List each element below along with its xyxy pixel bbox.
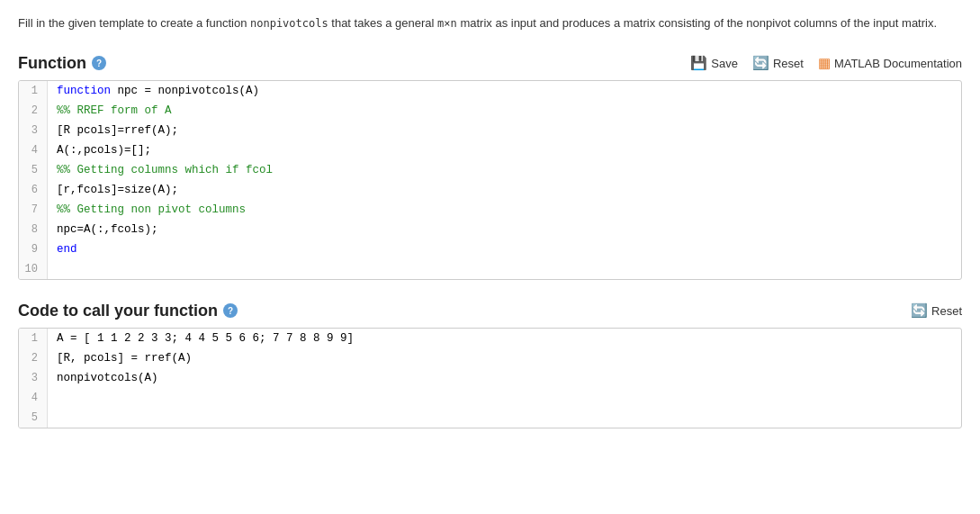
line-number: 3 (19, 368, 48, 388)
line-number: 2 (19, 101, 48, 121)
line-number: 5 (19, 408, 48, 428)
line-number: 4 (19, 140, 48, 160)
table-row: 8 npc=A(:,fcols); (19, 220, 961, 239)
line-content: A(:,pcols)=[]; (48, 140, 151, 160)
line-content (48, 388, 57, 408)
line-number: 8 (19, 220, 48, 239)
save-icon: 💾 (690, 55, 707, 71)
table-row: 5 %% Getting columns which if fcol (19, 160, 961, 180)
save-label: Save (711, 57, 738, 70)
line-number: 2 (19, 348, 48, 368)
table-row: 2 %% RREF form of A (19, 101, 961, 121)
matlab-docs-button[interactable]: ▦ MATLAB Documentation (818, 55, 962, 71)
line-number: 7 (19, 200, 48, 220)
function-code-editor[interactable]: 1 function npc = nonpivotcols(A) 2 %% RR… (18, 80, 962, 280)
call-section-header: Code to call your function ? 🔄 Reset (18, 302, 962, 320)
table-row: 6 [r,fcols]=size(A); (19, 180, 961, 200)
function-help-icon[interactable]: ? (92, 56, 106, 70)
function-reset-button[interactable]: 🔄 Reset (752, 55, 804, 71)
line-number: 5 (19, 160, 48, 180)
line-content: function npc = nonpivotcols(A) (48, 81, 259, 101)
line-content: %% RREF form of A (48, 101, 172, 121)
call-section-title: Code to call your function ? (18, 302, 238, 320)
reset-label: Reset (773, 57, 804, 70)
line-number: 10 (19, 259, 48, 279)
table-row: 4 A(:,pcols)=[]; (19, 140, 961, 160)
line-content: end (48, 239, 77, 259)
description-text: Fill in the given template to create a f… (18, 14, 962, 32)
function-section-header: Function ? 💾 Save 🔄 Reset ▦ MATLAB Docum… (18, 54, 962, 73)
call-title-text: Code to call your function (18, 302, 218, 320)
function-title-text: Function (18, 54, 86, 73)
line-number: 9 (19, 239, 48, 259)
call-help-icon[interactable]: ? (223, 303, 238, 318)
table-row: 2 [R, pcols] = rref(A) (19, 348, 961, 368)
line-number: 1 (19, 329, 48, 348)
save-button[interactable]: 💾 Save (690, 55, 738, 71)
call-reset-button[interactable]: 🔄 Reset (911, 302, 962, 319)
table-row: 3 nonpivotcols(A) (19, 368, 961, 388)
line-content: [R pcols]=rref(A); (48, 121, 178, 140)
call-actions: 🔄 Reset (911, 302, 962, 319)
line-number: 4 (19, 388, 48, 408)
function-actions: 💾 Save 🔄 Reset ▦ MATLAB Documentation (690, 55, 962, 71)
function-section-title: Function ? (18, 54, 106, 73)
line-number: 3 (19, 121, 48, 140)
line-content: [R, pcols] = rref(A) (48, 348, 192, 368)
table-row: 1 A = [ 1 1 2 2 3 3; 4 4 5 5 6 6; 7 7 8 … (19, 329, 961, 348)
table-row: 10 (19, 259, 961, 279)
line-content: [r,fcols]=size(A); (48, 180, 178, 200)
table-row: 3 [R pcols]=rref(A); (19, 121, 961, 140)
table-row: 5 (19, 408, 961, 428)
function-code-lines: 1 function npc = nonpivotcols(A) 2 %% RR… (19, 81, 961, 279)
line-content: nonpivotcols(A) (48, 368, 158, 388)
line-content: npc=A(:,fcols); (48, 220, 158, 239)
line-content: %% Getting columns which if fcol (48, 160, 273, 180)
line-content: %% Getting non pivot columns (48, 200, 246, 220)
call-reset-icon: 🔄 (911, 302, 928, 319)
reset-icon: 🔄 (752, 55, 769, 71)
matlab-icon: ▦ (818, 55, 831, 71)
line-content: A = [ 1 1 2 2 3 3; 4 4 5 5 6 6; 7 7 8 8 … (48, 329, 354, 348)
matlab-label: MATLAB Documentation (834, 57, 962, 70)
table-row: 4 (19, 388, 961, 408)
line-content (48, 408, 57, 428)
table-row: 7 %% Getting non pivot columns (19, 200, 961, 220)
table-row: 1 function npc = nonpivotcols(A) (19, 81, 961, 101)
line-number: 1 (19, 81, 48, 101)
table-row: 9 end (19, 239, 961, 259)
line-number: 6 (19, 180, 48, 200)
call-code-lines: 1 A = [ 1 1 2 2 3 3; 4 4 5 5 6 6; 7 7 8 … (19, 329, 961, 428)
line-content (48, 259, 57, 279)
call-reset-label: Reset (931, 304, 962, 318)
call-code-editor[interactable]: 1 A = [ 1 1 2 2 3 3; 4 4 5 5 6 6; 7 7 8 … (18, 328, 962, 428)
